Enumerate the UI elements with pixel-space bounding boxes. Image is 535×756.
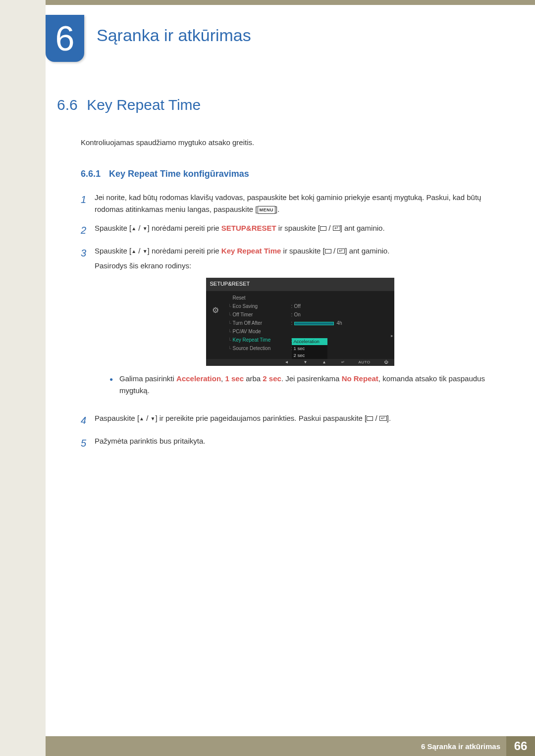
chapter-title: Sąranka ir atkūrimas [97,26,251,45]
chapter-number-badge: 6 [46,15,84,62]
option-note: ● Galima pasirinkti Acceleration, 1 sec … [109,373,505,397]
gear-icon: ⚙ [211,306,220,315]
osd-screenshot: SETUP&RESET ⚙ Reset └Eco Saving:Off └Off… [206,278,394,366]
enter-button-icon [379,416,387,421]
footer-left-cover [0,736,46,756]
source-button-icon [367,416,373,421]
power-icon: ⏻ [382,359,389,366]
step-list: 1 Jei norite, kad būtų rodomas klavišų v… [81,192,505,451]
down-arrow-icon: ▼ [143,249,148,254]
osd-row-turnoff: └Turn Off After:4h [225,319,394,328]
osd-row-eco: └Eco Saving:Off [225,302,394,311]
step-number: 5 [81,435,95,451]
step-body: Pažymėta parinktis bus pritaikyta. [95,435,505,451]
left-margin [0,0,46,756]
up-arrow-icon: ▲ [131,249,136,254]
step-1: 1 Jei norite, kad būtų rodomas klavišų v… [81,192,505,215]
page-content: 6.6 Key Repeat Time Kontroliuojamas spau… [57,97,505,458]
section-intro: Kontroliuojamas spaudžiamo mygtuko atsak… [81,138,505,147]
osd-slider [294,322,334,325]
step-number: 4 [81,412,95,428]
footer: 6 Sąranka ir atkūrimas 66 [0,736,535,756]
footer-chapter-label: 6 Sąranka ir atkūrimas [421,742,500,751]
step-3: 3 Spauskite [▲ / ▼] norėdami pereiti pri… [81,245,505,405]
step-number: 3 [81,245,95,405]
down-arrow-icon: ▼ [143,226,148,231]
step-2: 2 Spauskite [▲ / ▼] norėdami pereiti pri… [81,222,505,238]
step-number: 2 [81,222,95,238]
osd-row-offtimer: └Off Timer:On [225,311,394,319]
section-heading: 6.6 Key Repeat Time [57,97,505,113]
step-body: Jei norite, kad būtų rodomas klavišų vad… [95,192,505,215]
down-arrow-icon: ▼ [150,416,155,421]
up-arrow-icon: ▲ [139,416,144,421]
osd-footer: ◄ ▼ ▲ ↵ AUTO ⏻ [206,359,394,366]
nav-up-icon: ▲ [321,359,327,366]
step-number: 1 [81,192,95,215]
step-body: Paspauskite [▲ / ▼] ir pereikite prie pa… [95,412,505,428]
source-button-icon [325,249,331,253]
highlight-setup-reset: SETUP&RESET [221,224,276,232]
footer-page-number: 66 [506,736,535,756]
section-title: Key Repeat Time [87,97,201,113]
osd-sidebar: ⚙ [206,291,225,359]
step-4: 4 Paspauskite [▲ / ▼] ir pereikite prie … [81,412,505,428]
step-body: Spauskite [▲ / ▼] norėdami pereiti prie … [95,245,505,405]
screen-note: Pasirodys šis ekrano rodinys: [95,260,505,272]
osd-title: SETUP&RESET [206,278,394,291]
menu-button-icon: MENU [258,206,276,214]
osd-option-acceleration: Acceleration [292,338,327,345]
nav-enter-icon: ↵ [339,359,346,366]
osd-option-1sec: 1 sec [292,345,327,352]
section-number: 6.6 [57,97,78,113]
enter-button-icon [337,249,345,253]
highlight-key-repeat-time: Key Repeat Time [221,247,281,255]
subsection-number: 6.6.1 [81,169,101,179]
step-5: 5 Pažymėta parinktis bus pritaikyta. [81,435,505,451]
nav-left-icon: ◄ [283,359,290,366]
chapter-number: 6 [55,21,75,56]
osd-row-pcav: └PC/AV Mode [225,328,394,336]
step-body: Spauskite [▲ / ▼] norėdami pereiti prie … [95,222,505,238]
source-button-icon [320,226,326,231]
osd-option-2sec: 2 sec [292,352,327,359]
subsection-title: Key Repeat Time konfigūravimas [109,169,249,179]
right-arrow-icon: ▸ [391,332,393,339]
enter-button-icon [333,226,340,231]
nav-down-icon: ▼ [302,359,309,366]
bullet-icon: ● [109,373,119,397]
top-accent-bar [0,0,535,5]
osd-row-reset: Reset [225,294,394,302]
nav-auto-label: AUTO [358,359,370,366]
subsection-heading: 6.6.1 Key Repeat Time konfigūravimas [81,169,505,179]
up-arrow-icon: ▲ [131,226,136,231]
